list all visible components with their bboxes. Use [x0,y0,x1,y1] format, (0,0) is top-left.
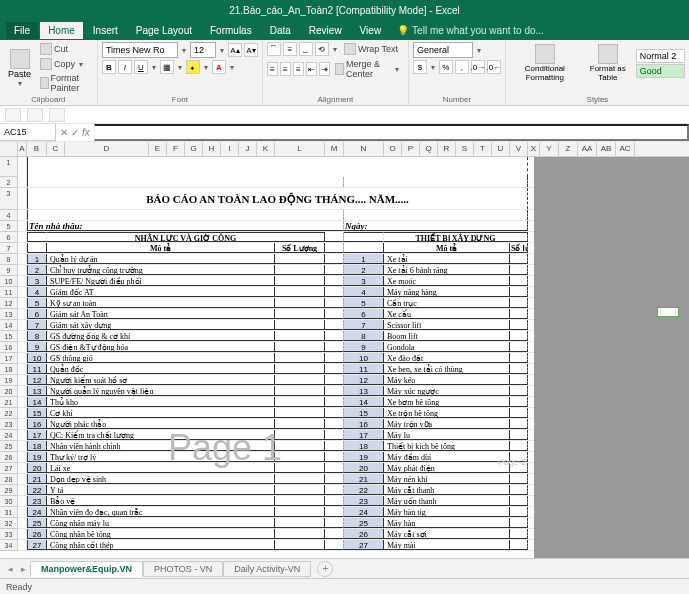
tab-insert[interactable]: Insert [85,22,126,39]
percent-button[interactable]: % [439,60,453,74]
cell[interactable] [325,309,344,319]
cell[interactable] [344,232,384,242]
cell[interactable]: Xe tải [384,254,510,264]
col-header-P[interactable]: P [402,142,420,156]
cell[interactable] [510,419,528,429]
col-header-V[interactable]: V [510,142,528,156]
number-format-input[interactable] [413,42,473,58]
sheet-tab-1[interactable]: Manpower&Equip.VN [30,561,143,577]
formula-bar[interactable] [94,124,689,141]
cell[interactable]: Giám sát An Toàn [47,309,275,319]
cell[interactable] [275,364,325,374]
cell[interactable] [18,386,27,396]
cell[interactable] [325,287,344,297]
enter-formula-button[interactable]: ✓ [71,127,79,138]
cell[interactable] [510,507,528,517]
cell[interactable] [510,463,528,473]
cell[interactable] [275,496,325,506]
font-color-button[interactable]: A [212,60,226,74]
cell[interactable]: Công nhân cốt thép [47,540,275,550]
cell[interactable] [18,364,27,374]
cell[interactable]: 7 [27,320,47,330]
accounting-format-button[interactable]: $ [413,60,427,74]
cell[interactable] [325,430,344,440]
cell[interactable]: 3 [27,276,47,286]
cell[interactable]: 15 [344,408,384,418]
cell[interactable]: 2 [27,265,47,275]
cell[interactable]: THIẾT BỊ XÂY DỰNG [384,232,528,242]
cell[interactable] [275,419,325,429]
cell[interactable] [275,331,325,341]
cell[interactable] [27,243,47,253]
cell[interactable]: 26 [27,529,47,539]
decrease-indent-button[interactable]: ⇤ [306,62,317,76]
cell[interactable]: Nhân viên hành chính [47,441,275,451]
row-header-23[interactable]: 23 [0,419,18,430]
cell[interactable] [275,408,325,418]
cell[interactable]: 6 [27,309,47,319]
cell[interactable] [325,353,344,363]
cell[interactable] [510,276,528,286]
add-sheet-button[interactable]: + [317,561,333,577]
cell[interactable] [18,408,27,418]
cell[interactable] [510,452,528,462]
cell[interactable]: Thiết bị kích bê tông [384,441,510,451]
cell[interactable]: 19 [344,452,384,462]
cell[interactable] [27,177,344,187]
cell[interactable]: 27 [27,540,47,550]
font-name-input[interactable] [102,42,178,58]
cell[interactable]: Máy cắt sợi [384,529,510,539]
col-header-O[interactable]: O [384,142,402,156]
cell[interactable]: Cơ khí [47,408,275,418]
tab-formulas[interactable]: Formulas [202,22,260,39]
col-header-R[interactable]: R [438,142,456,156]
undo-button[interactable] [27,108,43,122]
cell[interactable]: Xe trộn bê tông [384,408,510,418]
cell[interactable] [275,287,325,297]
col-header-H[interactable]: H [203,142,221,156]
cell[interactable] [18,540,27,550]
row-header-24[interactable]: 24 [0,430,18,441]
cell[interactable]: Máy xúc ngược [384,386,510,396]
copy-button[interactable]: Copy▾ [37,57,93,71]
cell[interactable]: Thư ký/ trợ lý [47,452,275,462]
cell[interactable]: GS thông gió [47,353,275,363]
row-header-27[interactable]: 27 [0,463,18,474]
row-header-7[interactable]: 7 [0,243,18,254]
style-normal[interactable]: Normal 2 [636,49,685,63]
col-header-AB[interactable]: AB [597,142,616,156]
cell[interactable]: Giám sát xây dựng [47,320,275,330]
cell[interactable] [325,342,344,352]
cell[interactable] [325,386,344,396]
cell[interactable] [18,210,27,220]
cell[interactable]: 14 [27,397,47,407]
cell[interactable]: Chỉ huy trưởng công trường [47,265,275,275]
cell[interactable] [510,265,528,275]
cell[interactable] [18,243,27,253]
cell[interactable]: Tên nhà thâu: [27,221,344,231]
col-header-I[interactable]: I [221,142,239,156]
cell[interactable] [18,441,27,451]
cell[interactable] [325,254,344,264]
row-header-4[interactable]: 4 [0,210,18,221]
cell[interactable] [325,540,344,550]
cell[interactable]: 4 [344,287,384,297]
cell[interactable]: 24 [344,507,384,517]
col-header-L[interactable]: L [275,142,325,156]
row-header-9[interactable]: 9 [0,265,18,276]
cell[interactable]: 22 [344,485,384,495]
cell[interactable]: 12 [344,375,384,385]
cell[interactable]: 16 [344,419,384,429]
col-header-A[interactable]: A [18,142,27,156]
cell[interactable] [325,276,344,286]
name-box[interactable] [0,124,56,141]
row-header-6[interactable]: 6 [0,232,18,243]
cell[interactable] [275,463,325,473]
row-header-18[interactable]: 18 [0,364,18,375]
cell[interactable] [18,419,27,429]
cell[interactable] [325,518,344,528]
cell[interactable] [510,397,528,407]
cell[interactable]: Mô tả [47,243,275,253]
cell[interactable] [275,452,325,462]
wrap-text-button[interactable]: Wrap Text [341,42,401,56]
